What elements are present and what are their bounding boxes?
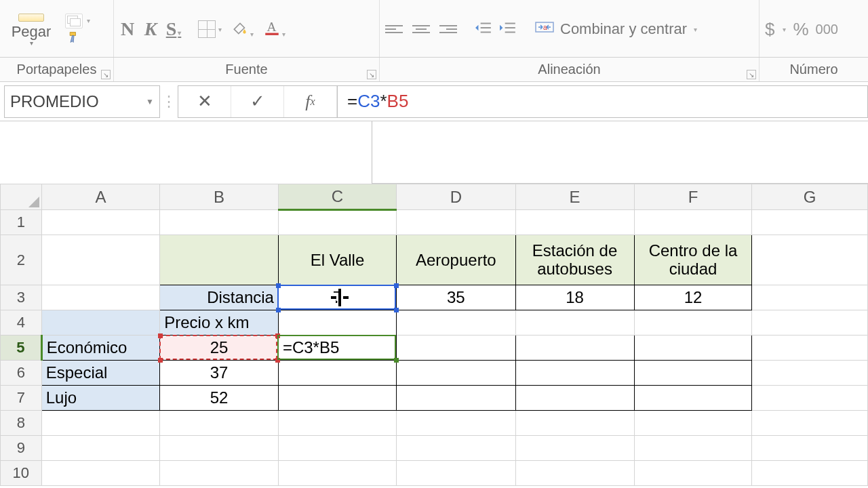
underline-button[interactable]: S▾ [165,18,182,40]
row-header[interactable]: 8 [1,411,42,436]
row-header[interactable]: 7 [1,386,42,411]
row-header[interactable]: 1 [1,210,42,235]
name-box-value: PROMEDIO [10,92,99,111]
col-header-D[interactable]: D [397,184,515,210]
group-label-alignment: Alineación↘ [380,58,760,81]
currency-button[interactable]: $ [765,19,774,40]
cell[interactable]: Centro de la ciudad [634,235,752,285]
cell[interactable]: 35 [397,285,515,310]
cell[interactable] [160,235,279,285]
ribbon-group-labels: Portapapeles↘ Fuente↘ Alineación↘ Número [0,58,868,82]
fx-button[interactable]: fx [284,86,337,117]
formula-bar-row: PROMEDIO ▼ ⋮ ✕ ✓ fx =C3*B5 [0,82,868,121]
dialog-launcher-icon[interactable]: ↘ [747,70,756,79]
row-header[interactable]: 2 [1,235,42,285]
cell-C5-editing[interactable]: =C3*B5 [278,336,396,361]
col-header-G[interactable]: G [752,184,868,210]
cell[interactable]: 52 [160,386,279,411]
percent-button[interactable]: % [793,19,808,40]
svg-text:a: a [543,24,547,31]
cell[interactable]: 37 [160,361,279,386]
cell[interactable] [41,210,159,235]
column-header-row: A B C D E F G [1,184,868,210]
merge-icon: a [534,17,555,41]
dialog-launcher-icon[interactable]: ↘ [101,70,111,79]
fill-color-button[interactable]: ▾ [231,19,254,39]
worksheet-grid[interactable]: A B C D E F G 1 2 El Valle Aeropuerto Es… [0,184,868,486]
cell[interactable]: 18 [515,285,634,310]
row-header[interactable]: 5 [1,336,42,361]
italic-button[interactable]: K [142,18,159,40]
svg-rect-1 [265,33,279,35]
cell[interactable] [278,310,396,336]
select-all-corner[interactable] [1,184,42,210]
row-header[interactable]: 9 [1,436,42,461]
group-label-clipboard: Portapapeles↘ [0,58,114,81]
copy-icon[interactable]: ▾ [65,14,83,28]
align-center-button[interactable] [412,22,430,37]
divider-icon: ⋮ [160,93,178,110]
dialog-launcher-icon[interactable]: ↘ [367,70,376,79]
paste-label: Pegar [12,23,52,41]
formula-input[interactable]: =C3*B5 [337,85,868,118]
group-clipboard: Pegar ▾ ▾ [0,0,114,57]
col-header-E[interactable]: E [515,184,634,210]
cell[interactable]: Estación de autobuses [515,235,634,285]
cell[interactable]: Distancia [160,285,279,310]
ribbon: Pegar ▾ ▾ N K S▾ [0,0,868,58]
svg-text:A: A [267,20,276,34]
borders-icon [198,20,216,38]
decrease-indent-button[interactable] [475,20,492,38]
col-header-A[interactable]: A [41,184,159,210]
cell[interactable]: El Valle [278,235,396,285]
cell-B5[interactable]: 25 [160,336,279,361]
row-header[interactable]: 6 [1,361,42,386]
align-right-button[interactable] [439,22,457,37]
cell-C3[interactable]: 7 [278,285,396,310]
cell[interactable]: Económico [41,336,159,361]
chevron-down-icon[interactable]: ▾ [694,26,697,33]
format-painter-icon[interactable] [65,30,83,45]
group-label-number: Número [760,58,868,81]
formula-bar-expanded [372,121,868,184]
formula-controls: ✕ ✓ fx [178,85,337,118]
chevron-down-icon[interactable]: ▾ [30,39,33,47]
cell[interactable]: Lujo [41,386,159,411]
group-alignment: a Combinar y centrar ▾ [380,0,760,57]
merge-label: Combinar y centrar [560,20,687,38]
cell[interactable]: Aeropuerto [397,235,515,285]
thousands-button[interactable]: 000 [816,22,838,37]
enter-formula-button[interactable]: ✓ [231,86,284,117]
cell[interactable]: Precio x km [160,310,279,336]
cell[interactable]: 12 [634,285,752,310]
cancel-formula-button[interactable]: ✕ [178,86,231,117]
row-header[interactable]: 10 [1,461,42,486]
name-box[interactable]: PROMEDIO ▼ [4,85,160,118]
col-header-C[interactable]: C [278,184,396,210]
group-label-font: Fuente↘ [114,58,380,81]
increase-indent-button[interactable] [499,20,517,38]
font-color-button[interactable]: A▾ [263,19,285,39]
group-font: N K S▾ ▾ ▾ A▾ [114,0,380,57]
merge-center-button[interactable]: a Combinar y centrar ▾ [534,17,697,41]
col-header-B[interactable]: B [160,184,279,210]
row-header[interactable]: 4 [1,310,42,336]
align-left-button[interactable] [385,22,403,37]
bold-button[interactable]: N [119,18,136,40]
cell[interactable]: Especial [41,361,159,386]
group-number: $▾ % 000 [760,0,868,57]
paste-button[interactable]: Pegar ▾ [5,12,57,47]
row-header[interactable]: 3 [1,285,42,310]
borders-button[interactable]: ▾ [198,20,222,38]
clipboard-icon [18,14,44,22]
chevron-down-icon[interactable]: ▼ [146,97,154,106]
col-header-F[interactable]: F [634,184,752,210]
